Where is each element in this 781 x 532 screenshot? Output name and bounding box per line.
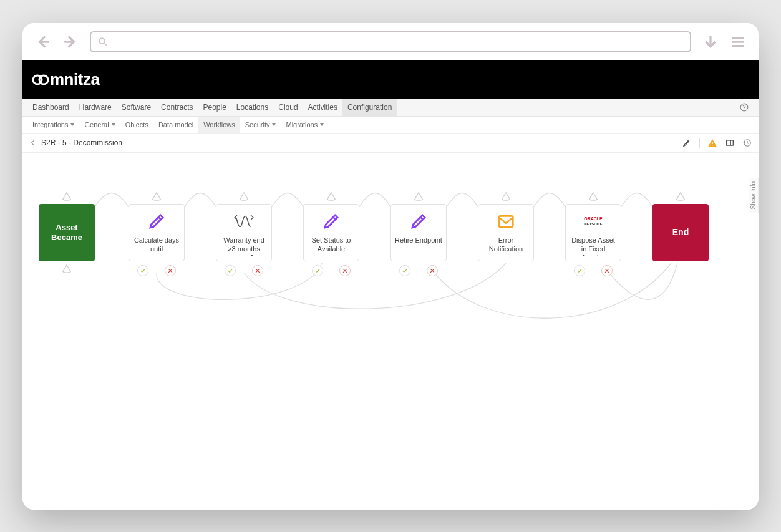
logo-mark-icon	[32, 73, 49, 87]
svg-rect-5	[712, 145, 712, 145]
branch-success-icon[interactable]	[137, 265, 148, 276]
connector-handle-icon	[238, 191, 250, 201]
node-label: Set Status to Available	[308, 236, 355, 254]
connector-handle-icon	[588, 191, 599, 201]
node-label: End	[672, 226, 689, 238]
warning-icon[interactable]	[707, 138, 717, 148]
show-info-toggle[interactable]: Show Info	[749, 178, 759, 213]
svg-point-2	[39, 75, 48, 84]
oracle-icon: ORACLENETSUITE	[583, 211, 604, 232]
node-label: Error Notification	[482, 236, 530, 254]
branch-success-icon[interactable]	[574, 265, 585, 276]
connector-handle-icon	[675, 191, 686, 201]
subnav-item-migrations[interactable]: Migrations	[281, 117, 329, 133]
branch-success-icon[interactable]	[399, 265, 410, 276]
branch-fail-icon[interactable]	[165, 265, 176, 276]
sub-nav: IntegrationsGeneralObjectsData modelWork…	[22, 117, 759, 134]
nav-item-dashboard[interactable]: Dashboard	[27, 99, 74, 116]
branch-fail-icon[interactable]	[601, 265, 613, 276]
branch-success-icon[interactable]	[225, 265, 236, 276]
nav-item-cloud[interactable]: Cloud	[273, 99, 303, 116]
workflow-node-n2[interactable]: Warranty end >3 months away?	[216, 204, 272, 261]
node-label: Warranty end >3 months away?	[220, 236, 268, 256]
menu-button[interactable]	[730, 34, 746, 50]
branch-success-icon[interactable]	[312, 265, 323, 276]
svg-rect-6	[727, 140, 734, 145]
breadcrumb-title: S2R - 5 - Decommission	[41, 138, 122, 147]
toolbar-actions	[682, 138, 752, 148]
workflow-node-n1[interactable]: Calculate days until warranty…	[129, 204, 185, 261]
search-icon	[97, 36, 109, 47]
notify-icon	[495, 211, 517, 232]
subnav-item-data-model[interactable]: Data model	[153, 117, 198, 133]
nav-item-hardware[interactable]: Hardware	[74, 99, 117, 116]
chevron-down-icon	[272, 123, 276, 126]
connector-handle-icon	[413, 191, 424, 201]
workflow-node-n6[interactable]: ORACLENETSUITEDispose Asset in Fixed Ass…	[565, 204, 621, 261]
brand-name: mnitza	[50, 70, 99, 89]
decision-icon	[233, 211, 255, 232]
nav-item-locations[interactable]: Locations	[231, 99, 273, 116]
branch-fail-icon[interactable]	[427, 265, 438, 276]
breadcrumb-back-button[interactable]	[29, 138, 37, 147]
history-icon[interactable]	[742, 138, 752, 148]
connector-handle-icon	[151, 191, 162, 201]
edit-icon	[321, 211, 342, 232]
branch-fail-icon[interactable]	[339, 265, 351, 276]
nav-item-activities[interactable]: Activities	[303, 99, 342, 116]
chevron-down-icon	[70, 123, 74, 126]
nav-item-people[interactable]: People	[198, 99, 231, 116]
node-label: Dispose Asset in Fixed Asset…	[570, 236, 617, 256]
connector-handle-icon	[61, 191, 72, 201]
node-label: Asset Became Available	[44, 223, 90, 243]
app-header: mnitza	[22, 60, 759, 99]
brand-logo[interactable]: mnitza	[32, 70, 99, 89]
workflow-node-n3[interactable]: Set Status to Available	[303, 204, 359, 261]
search-bar[interactable]	[90, 31, 691, 52]
chevron-down-icon	[320, 123, 324, 126]
nav-item-contracts[interactable]: Contracts	[156, 99, 198, 116]
browser-chrome	[22, 23, 759, 60]
workflow-canvas[interactable]: Show Info Asset Became AvailableCalculat…	[22, 153, 759, 510]
nav-item-software[interactable]: Software	[117, 99, 156, 116]
search-input[interactable]	[114, 37, 684, 47]
subnav-item-integrations[interactable]: Integrations	[27, 117, 79, 133]
workflow-node-start[interactable]: Asset Became Available	[39, 204, 95, 261]
subnav-item-objects[interactable]: Objects	[120, 117, 153, 133]
subnav-item-security[interactable]: Security	[240, 117, 281, 133]
svg-rect-4	[712, 142, 712, 144]
workflow-node-end[interactable]: End	[652, 204, 709, 261]
edit-icon	[408, 211, 429, 232]
branch-fail-icon[interactable]	[252, 265, 263, 276]
workflow-node-n5[interactable]: Error Notification	[478, 204, 534, 261]
help-icon[interactable]	[735, 99, 754, 116]
connector-handle-icon	[326, 191, 337, 201]
main-nav: DashboardHardwareSoftwareContractsPeople…	[22, 99, 759, 117]
connector-handle-icon	[61, 264, 72, 274]
subnav-item-general[interactable]: General	[79, 117, 120, 133]
chevron-down-icon	[112, 123, 115, 126]
node-label: Calculate days until warranty…	[133, 236, 180, 256]
svg-rect-7	[499, 216, 513, 227]
back-button[interactable]	[35, 34, 51, 50]
workflow-node-n4[interactable]: Retire Endpoint	[390, 204, 447, 261]
edit-action-icon[interactable]	[682, 138, 692, 148]
app-frame: mnitza DashboardHardwareSoftwareContract…	[22, 23, 759, 510]
edit-icon	[146, 211, 167, 232]
svg-point-0	[99, 38, 105, 44]
connector-handle-icon	[500, 191, 512, 201]
toolbar-divider	[699, 138, 700, 148]
nav-item-configuration[interactable]: Configuration	[342, 99, 397, 116]
panel-toggle-icon[interactable]	[725, 138, 735, 148]
subnav-item-workflows[interactable]: Workflows	[198, 117, 240, 133]
node-label: Retire Endpoint	[395, 236, 442, 244]
forward-button[interactable]	[62, 34, 79, 50]
breadcrumb-bar: S2R - 5 - Decommission	[22, 134, 759, 153]
download-button[interactable]	[702, 34, 719, 50]
